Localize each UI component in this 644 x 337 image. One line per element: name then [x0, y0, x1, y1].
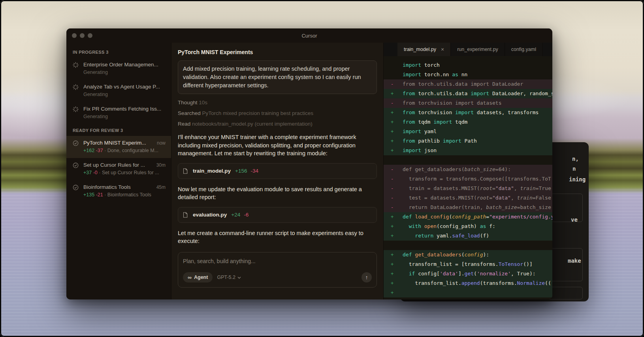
diff-marker: +	[391, 117, 399, 127]
task-diff-summary: +37 -0 · Set up Cursor Rules for ...	[83, 170, 166, 175]
code-line: -def get_dataloaders(batch_size=64):	[384, 165, 552, 174]
code-line: - train = datasets.MNIST(root="data", tr…	[384, 184, 552, 193]
spinner-icon	[73, 106, 79, 114]
code-line: + return yaml.safe_load(f)	[384, 231, 552, 241]
chat-title: PyTorch MNIST Experiments	[178, 49, 377, 55]
code-token: yaml	[421, 128, 437, 134]
file-name: evaluation.py	[193, 212, 227, 218]
code-token: config	[465, 252, 483, 258]
titlebar[interactable]: Cursor	[66, 28, 552, 43]
task-diff-summary: +162 -37 · Done, configurable M...	[83, 148, 166, 153]
code-line: +from torchvision import datasets, trans…	[384, 108, 552, 117]
code-token: batch_size	[465, 166, 495, 172]
code-token: import	[403, 72, 421, 77]
task-title: Enterprise Order Managemen...	[83, 62, 166, 68]
task-diff-summary: +135 -21 · Bioinformatics Tools	[83, 192, 166, 198]
code-token: yaml.	[433, 233, 452, 239]
code-token: train	[520, 185, 535, 191]
code-line	[384, 155, 552, 165]
task-title: Bioinformatics Tools	[83, 184, 131, 190]
minimize-window-button[interactable]	[80, 33, 85, 38]
arrow-up-icon: ↑	[365, 274, 368, 281]
file-diff-chip[interactable]: train_model.py+156-34	[178, 163, 377, 179]
close-window-button[interactable]	[72, 33, 77, 38]
code-token: as	[452, 72, 458, 77]
additions-count: +135	[83, 192, 94, 198]
agent-step: Thought 10s	[178, 100, 377, 105]
background-window-text: ining	[569, 176, 586, 183]
code-token: append	[461, 280, 480, 286]
diff-marker: +	[391, 231, 399, 241]
code-line	[384, 241, 552, 250]
code-token: pathlib	[415, 138, 443, 144]
deletions-count: -6	[244, 212, 249, 218]
file-diff-chip[interactable]: evaluation.py+24-6	[178, 207, 377, 223]
diff-marker: -	[391, 98, 399, 108]
agent-mode-label: Agent	[194, 275, 208, 280]
agent-mode-selector[interactable]: ∞ Agent	[183, 272, 213, 282]
code-token: return DataLoader(train,	[403, 204, 486, 210]
task-main: Enterprise Order Managemen...Generating	[83, 62, 166, 75]
editor-tabbar: train_model.py×run_experiment.pyconfig.y…	[384, 43, 552, 56]
code-token: (transforms.	[480, 280, 517, 286]
file-icon	[183, 168, 189, 174]
code-line: + if config['data'].get('normalize', Tru…	[384, 269, 552, 279]
code-token: import	[403, 62, 421, 68]
composer-input[interactable]: Plan, search, build anything...	[183, 258, 372, 264]
code-token: ToTensor	[499, 261, 523, 267]
code-line: +def load_config(config_path="experiment…	[384, 212, 552, 222]
background-window-text: n,	[572, 156, 579, 162]
model-selector[interactable]: GPT-5.2	[217, 275, 241, 280]
deletions-count: -34	[250, 168, 258, 174]
code-token: =64):	[495, 166, 511, 172]
task-main: PyTorch MNIST Experim...now+162 -37 · Do…	[83, 140, 166, 153]
code-token: from torchvision import datasets	[403, 100, 501, 106]
code-token: transform_list = [transforms.	[403, 261, 499, 267]
file-icon	[183, 212, 189, 218]
sidebar-task-in-progress[interactable]: Fix PR Comments Fetching Iss...Generatin…	[66, 102, 171, 124]
code-token: open	[424, 223, 437, 229]
task-title: Set up Cursor Rules for ...	[83, 162, 145, 168]
agent-message: Let me create a command-line runner scri…	[178, 229, 377, 245]
code-token: train = datasets.MNIST(	[403, 185, 480, 191]
spinner-icon	[73, 62, 79, 70]
composer[interactable]: Plan, search, build anything... ∞ Agent …	[178, 252, 377, 288]
code-line: import torch	[384, 60, 552, 70]
code-line: + transform_list.append(transforms.Norma…	[384, 279, 552, 288]
additions-count: +162	[83, 148, 94, 153]
code-token: import	[443, 138, 461, 144]
task-main: Analyze Tab vs Agent Usage P...Generatin…	[83, 84, 166, 97]
editor-tab-config-yaml[interactable]: config.yaml	[505, 43, 543, 56]
code-token: load_config	[415, 214, 449, 220]
maximize-window-button[interactable]	[88, 33, 92, 38]
diff-marker: -	[391, 174, 399, 184]
agent-step-label: Thought	[178, 100, 198, 105]
tab-label: config.yaml	[511, 47, 536, 52]
chevron-down-icon	[237, 275, 241, 280]
agent-chat-panel: PyTorch MNIST Experiments Add mixed prec…	[171, 43, 384, 299]
code-token: 'normalize'	[477, 271, 511, 277]
sidebar-task-in-progress[interactable]: Analyze Tab vs Agent Usage P...Generatin…	[66, 80, 171, 102]
sidebar-task-review[interactable]: Bioinformatics Tools45m+135 -21 · Bioinf…	[66, 180, 171, 202]
editor-tab-train_model-py[interactable]: train_model.py×	[397, 43, 451, 56]
code-diff-view[interactable]: import torchimport torch.nn as nn-from t…	[384, 56, 552, 299]
agent-step-detail: 10s	[199, 100, 207, 105]
sidebar-task-review[interactable]: Set up Cursor Rules for ...30m+37 -0 · S…	[66, 158, 171, 180]
editor-tab-run_experiment-py[interactable]: run_experiment.py	[451, 43, 505, 56]
code-token: DataLoader, random_s	[489, 90, 552, 96]
sidebar-task-in-progress[interactable]: Enterprise Order Managemen...Generating	[66, 58, 171, 80]
cursor-window: Cursor IN PROGRESS 3Enterprise Order Man…	[66, 28, 552, 299]
code-token: torch.nn	[421, 72, 452, 77]
code-line: +from pathlib import Path	[384, 136, 552, 146]
code-token: with	[409, 223, 421, 229]
file-name: train_model.py	[193, 168, 231, 174]
code-token: "data"	[495, 185, 514, 191]
code-token: =batch_size	[517, 204, 551, 210]
sidebar-task-review[interactable]: PyTorch MNIST Experim...now+162 -37 · Do…	[66, 136, 171, 158]
task-status: Generating	[83, 70, 166, 75]
close-icon[interactable]: ×	[441, 46, 444, 53]
editor-panel: train_model.py×run_experiment.pyconfig.y…	[384, 43, 552, 299]
code-token: import	[403, 128, 421, 134]
send-button[interactable]: ↑	[362, 272, 372, 282]
screenshot-frame: n,niningvemake Cursor IN PROGRESS 3Enter…	[0, 0, 644, 337]
